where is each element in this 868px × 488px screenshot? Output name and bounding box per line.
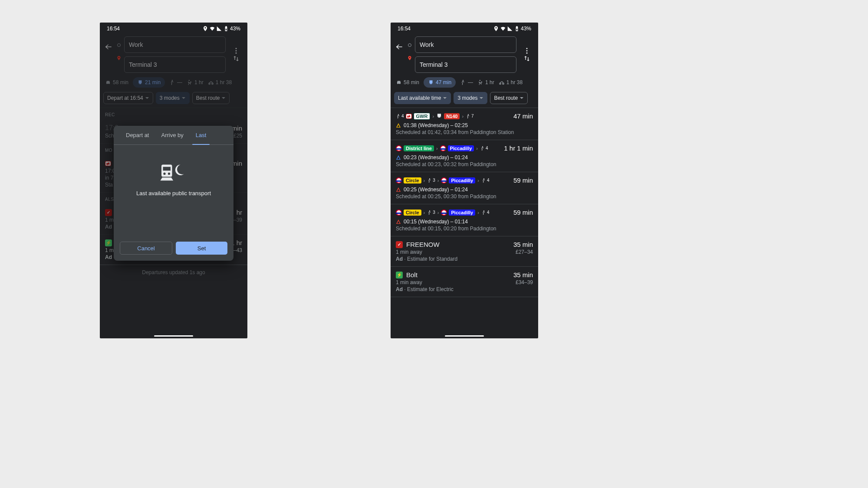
mode-rideshare[interactable]: 1 hr (187, 79, 204, 85)
chevron-right-icon: › (476, 146, 478, 151)
status-time: 16:54 (398, 26, 411, 32)
svg-point-23 (429, 178, 430, 179)
chip-last-available[interactable]: Last available time (394, 92, 451, 104)
bolt-icon: ⚡ (396, 272, 403, 278)
alert-icon (396, 219, 401, 224)
mode-transit[interactable]: 21 min (133, 77, 165, 88)
mode-walk[interactable]: — (460, 79, 473, 85)
ad-route-card[interactable]: ⚡Bolt 35 min 1 min away £34–39 Ad · Esti… (391, 267, 538, 297)
svg-point-4 (172, 80, 173, 81)
chip-route-label: Best route (494, 95, 518, 101)
phone-left: 16:54 43% ··· Work Terminal 3 (100, 23, 247, 338)
status-time: 16:54 (107, 26, 120, 32)
route-markers: ··· (407, 43, 412, 62)
svg-point-5 (189, 80, 190, 81)
route-duration: 35 min (513, 271, 533, 278)
line-badge-circle: Circle (404, 177, 421, 183)
partial-text: in 7 (105, 175, 113, 181)
chip-depart-label: Depart at 16:54 (107, 95, 143, 101)
svg-point-2 (236, 50, 237, 52)
route-fields: Work Terminal 3 (124, 36, 226, 73)
route-card[interactable]: District line›Piccadilly›4 1 hr 1 min 00… (391, 140, 538, 172)
cell-icon (216, 26, 222, 32)
route-card[interactable]: Circle›3›Piccadilly›4 59 min 00:15 (Wedn… (391, 204, 538, 236)
chip-best-route[interactable]: Best route (192, 92, 230, 104)
chevron-down-icon (519, 96, 524, 100)
mode-bike[interactable]: 1 hr 38 (208, 79, 232, 85)
mode-walk-label: — (177, 79, 182, 85)
overflow-menu-button[interactable] (228, 47, 244, 55)
tab-depart-at[interactable]: Depart at (120, 126, 155, 144)
route-time-range: 00:23 (Wednesday) – 01:24 (396, 154, 533, 160)
dialog-tabs: Depart at Arrive by Last (114, 126, 233, 145)
mode-transit[interactable]: 47 min (424, 77, 456, 88)
chevron-right-icon: › (423, 178, 426, 183)
mode-car[interactable]: 58 min (396, 79, 419, 85)
origin-dot-icon (408, 43, 411, 47)
chip-modes[interactable]: 3 modes (156, 92, 190, 104)
tab-last[interactable]: Last (190, 126, 213, 144)
destination-field[interactable]: Terminal 3 (415, 56, 516, 73)
chip-time-label: Last available time (398, 95, 441, 101)
overflow-menu-button[interactable] (519, 47, 535, 55)
back-button[interactable] (394, 42, 404, 52)
nav-handle[interactable] (154, 335, 193, 337)
cell-icon (507, 26, 513, 32)
status-bar: 16:54 43% (100, 23, 247, 35)
mode-car[interactable]: 58 min (105, 79, 128, 85)
location-icon (202, 26, 208, 32)
origin-field[interactable]: Work (124, 36, 226, 53)
svg-point-16 (463, 80, 464, 81)
back-button[interactable] (103, 42, 114, 52)
destination-pin-icon (407, 55, 412, 62)
mode-bike-label: 1 hr 38 (216, 79, 232, 85)
svg-point-14 (526, 50, 528, 52)
rail-icon: ⇄ (105, 161, 111, 166)
battery-percent: 43% (521, 26, 531, 32)
chevron-down-icon (181, 96, 186, 100)
swap-button[interactable] (228, 55, 244, 62)
chip-modes[interactable]: 3 modes (454, 92, 487, 104)
more-vert-icon (523, 47, 531, 55)
route-card[interactable]: Circle›3›Piccadilly›4 59 min 00:25 (Wedn… (391, 172, 538, 204)
swap-button[interactable] (519, 55, 535, 62)
nav-handle[interactable] (445, 335, 484, 337)
location-icon (493, 26, 499, 32)
route-header: ··· Work Terminal 3 (391, 35, 538, 73)
chevron-down-icon (479, 96, 483, 100)
wifi-icon (209, 26, 215, 32)
chip-best-route[interactable]: Best route (490, 92, 528, 104)
tab-arrive-by[interactable]: Arrive by (155, 126, 189, 144)
route-duration: 59 min (513, 209, 533, 216)
mode-bike[interactable]: 1 hr 38 (499, 79, 523, 85)
mode-rideshare[interactable]: 1 hr (477, 79, 494, 85)
update-footer: Departures updated 1s ago (100, 265, 247, 280)
walk-icon (169, 79, 175, 85)
dialog-body-text: Last available public transport (117, 190, 230, 197)
chip-depart-time[interactable]: Depart at 16:54 (103, 92, 153, 104)
line-badge-piccadilly: Piccadilly (449, 177, 475, 183)
walk-segment: 4 (396, 114, 404, 119)
route-card[interactable]: 4⇄GWR›N140›7 47 min 01:38 (Wednesday) – … (391, 108, 538, 140)
ad-label: Ad (105, 224, 112, 230)
route-dots-icon: ··· (119, 48, 119, 53)
mode-walk[interactable]: — (169, 79, 182, 85)
origin-field[interactable]: Work (415, 36, 516, 53)
route-duration: 47 min (513, 112, 533, 120)
arrow-left-icon (395, 43, 404, 51)
route-header: ··· Work Terminal 3 (100, 35, 247, 73)
ad-price-text: £34–39 (516, 279, 533, 285)
ad-route-card[interactable]: ✓FREENOW 35 min 1 min away £27–34 Ad · E… (391, 236, 538, 267)
right-controls (519, 36, 535, 73)
tube-icon (441, 210, 447, 216)
cancel-button[interactable]: Cancel (120, 242, 172, 255)
rideshare-icon (477, 79, 483, 85)
set-button[interactable]: Set (176, 242, 227, 255)
status-icons: 43% (202, 26, 240, 32)
partial-text: £25 (233, 133, 242, 139)
transit-icon (137, 79, 143, 85)
route-time-range: 00:25 (Wednesday) – 01:24 (396, 187, 533, 193)
destination-field[interactable]: Terminal 3 (124, 56, 226, 73)
results-list-right[interactable]: 4⇄GWR›N140›7 47 min 01:38 (Wednesday) – … (391, 108, 538, 333)
route-dots-icon: ··· (410, 48, 410, 53)
